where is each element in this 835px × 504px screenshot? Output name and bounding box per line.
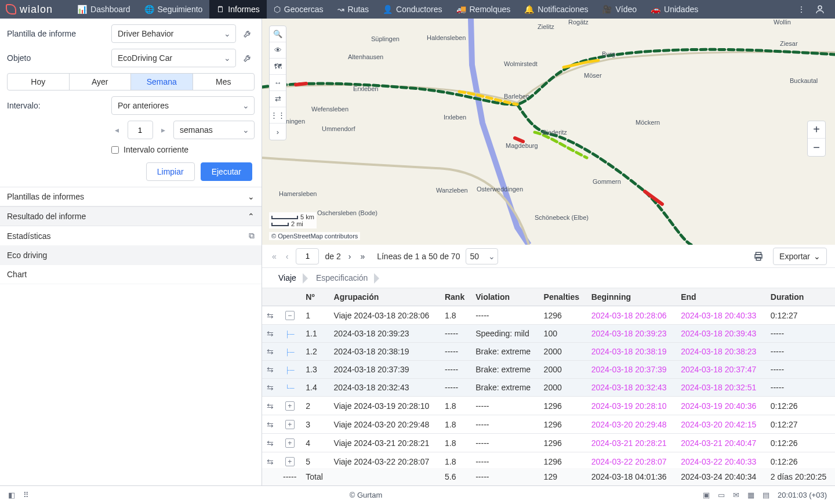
report-template-select[interactable]: Driver Behavior ⌄ <box>111 24 236 43</box>
page-first-button[interactable]: « <box>270 251 278 262</box>
page-last-button[interactable]: » <box>358 251 366 262</box>
route-icon[interactable]: ⇆ <box>267 401 274 411</box>
end-link[interactable]: 2024-03-21 20:40:47 <box>676 434 766 452</box>
end-link[interactable]: 2024-03-18 20:38:23 <box>676 343 766 361</box>
apps-button[interactable]: ⠿ <box>23 491 29 499</box>
column-header[interactable]: Nº <box>301 288 329 306</box>
user-menu-button[interactable] <box>811 0 829 19</box>
result-item[interactable]: Chart <box>0 265 262 284</box>
column-header[interactable]: Agrupación <box>329 288 440 306</box>
period-tab-mes[interactable]: Mes <box>193 74 255 90</box>
execute-button[interactable]: Ejecutar <box>201 162 252 181</box>
route-icon[interactable]: ⇆ <box>267 311 274 320</box>
period-tab-hoy[interactable]: Hoy <box>8 74 70 90</box>
section-templates-header[interactable]: Plantillas de informes ⌄ <box>0 187 262 206</box>
popup-icon[interactable]: ⧉ <box>249 231 255 241</box>
contact-icon[interactable]: ▣ <box>703 491 710 499</box>
table-row[interactable]: ⇆└─1.42024-03-18 20:32:43-----Brake: ext… <box>262 379 835 397</box>
period-tab-semana[interactable]: Semana <box>131 74 193 90</box>
end-link[interactable]: 2024-03-20 20:42:15 <box>676 415 766 434</box>
end-link[interactable]: 2024-03-18 20:39:43 <box>676 325 766 343</box>
nav-item-seguimiento[interactable]: 🌐Seguimiento <box>137 0 210 19</box>
zoom-in-button[interactable]: + <box>808 121 825 139</box>
column-header[interactable]: Beginning <box>587 288 677 306</box>
end-link[interactable]: 2024-03-18 20:32:51 <box>676 379 766 397</box>
breadcrumb-item[interactable]: Viaje <box>270 271 308 285</box>
export-button[interactable]: Exportar ⌄ <box>773 248 827 265</box>
route-icon[interactable]: ⇆ <box>267 365 274 374</box>
column-header[interactable]: Rank <box>440 288 471 306</box>
expand-button[interactable]: + <box>285 420 295 429</box>
nav-item-geocercas[interactable]: ⬡Geocercas <box>267 0 331 19</box>
nav-item-unidades[interactable]: 🚗Unidades <box>644 0 705 19</box>
beginning-link[interactable]: 2024-03-18 20:28:06 <box>587 306 677 325</box>
section-result-header[interactable]: Resultado del informe ⌃ <box>0 206 262 226</box>
mail-icon[interactable]: ✉ <box>733 491 739 499</box>
route-icon[interactable]: ⇆ <box>267 420 274 429</box>
column-header[interactable]: Violation <box>471 288 539 306</box>
map-tracks-button[interactable]: ⋮⋮ <box>270 107 286 124</box>
table-row[interactable]: ⇆+2Viaje 2024-03-19 20:28:101.8-----1296… <box>262 397 835 415</box>
table-row[interactable]: ⇆├─1.12024-03-18 20:39:23-----Speeding: … <box>262 325 835 343</box>
column-header[interactable]: Duration <box>766 288 835 306</box>
more-menu-button[interactable]: ⋮ <box>792 0 811 19</box>
zoom-out-button[interactable]: − <box>808 139 825 156</box>
print-button[interactable] <box>750 248 767 264</box>
template-settings-button[interactable] <box>241 27 255 41</box>
map-measure-button[interactable]: ↔ <box>270 75 286 91</box>
interval-count-input[interactable] <box>128 121 153 139</box>
map-layers-button[interactable]: 🗺 <box>270 59 286 75</box>
report-table-scroll[interactable]: NºAgrupaciónRankViolationPenaltiesBeginn… <box>262 288 835 485</box>
column-header[interactable]: Penalties <box>539 288 587 306</box>
page-number-input[interactable] <box>296 248 319 264</box>
layout-toggle-button[interactable]: ◧ <box>8 491 15 499</box>
route-icon[interactable]: ⇆ <box>267 383 274 392</box>
result-item[interactable]: Estadísticas⧉ <box>0 226 262 246</box>
result-item[interactable]: Eco driving <box>0 246 262 265</box>
beginning-link[interactable]: 2024-03-20 20:29:48 <box>587 415 677 434</box>
breadcrumb-item[interactable]: Especificación <box>308 271 380 285</box>
table-row[interactable]: ⇆+4Viaje 2024-03-21 20:28:211.8-----1296… <box>262 434 835 452</box>
beginning-link[interactable]: 2024-03-21 20:28:21 <box>587 434 677 452</box>
beginning-link[interactable]: 2024-03-18 20:38:19 <box>587 343 677 361</box>
report-object-select[interactable]: EcoDriving Car ⌄ <box>111 49 236 67</box>
count-decrement-button[interactable]: ◂ <box>111 124 123 136</box>
map-search-button[interactable]: 🔍 <box>270 26 286 42</box>
nav-item-informes[interactable]: 🗒Informes <box>209 0 266 19</box>
nav-item-notificaciones[interactable]: 🔔Notificaciones <box>517 0 595 19</box>
page-next-button[interactable]: › <box>347 251 353 262</box>
end-link[interactable]: 2024-03-18 20:40:33 <box>676 306 766 325</box>
table-row[interactable]: ⇆+3Viaje 2024-03-20 20:29:481.8-----1296… <box>262 415 835 434</box>
end-link[interactable]: 2024-03-19 20:40:36 <box>676 397 766 415</box>
beginning-link[interactable]: 2024-03-18 20:37:39 <box>587 361 677 379</box>
interval-unit-select[interactable]: semanas ⌄ <box>173 121 255 139</box>
nav-item-conductores[interactable]: 👤Conductores <box>376 0 449 19</box>
end-link[interactable]: 2024-03-18 20:37:47 <box>676 361 766 379</box>
nav-item-rutas[interactable]: ↝Rutas <box>331 0 376 19</box>
grid-icon[interactable]: ▤ <box>763 491 769 499</box>
map-more-button[interactable]: › <box>270 124 286 140</box>
expand-button[interactable]: + <box>285 401 295 411</box>
count-increment-button[interactable]: ▸ <box>158 124 169 136</box>
route-icon[interactable]: ⇆ <box>267 329 274 338</box>
object-settings-button[interactable] <box>241 51 255 65</box>
nav-item-vídeo[interactable]: 🎥Vídeo <box>595 0 644 19</box>
clear-button[interactable]: Limpiar <box>146 162 195 181</box>
map-route-button[interactable]: ⇄ <box>270 91 286 107</box>
beginning-link[interactable]: 2024-03-19 20:28:10 <box>587 397 677 415</box>
map-visibility-button[interactable]: 👁 <box>270 42 286 59</box>
image-icon[interactable]: ▦ <box>747 491 754 499</box>
page-prev-button[interactable]: ‹ <box>284 251 291 262</box>
interval-type-select[interactable]: Por anteriores ⌄ <box>111 96 255 115</box>
route-icon[interactable]: ⇆ <box>267 457 274 466</box>
current-interval-checkbox[interactable] <box>111 146 119 154</box>
column-header[interactable]: End <box>676 288 766 306</box>
table-row[interactable]: ⇆├─1.32024-03-18 20:37:39-----Brake: ext… <box>262 361 835 379</box>
collapse-button[interactable]: − <box>285 311 295 320</box>
beginning-link[interactable]: 2024-03-18 20:39:23 <box>587 325 677 343</box>
page-size-select[interactable]: 50 ⌄ <box>466 248 498 264</box>
card-icon[interactable]: ▭ <box>718 491 725 499</box>
period-tab-ayer[interactable]: Ayer <box>70 74 132 90</box>
expand-button[interactable]: + <box>285 457 295 466</box>
table-row[interactable]: ⇆−1Viaje 2024-03-18 20:28:061.8-----1296… <box>262 306 835 325</box>
